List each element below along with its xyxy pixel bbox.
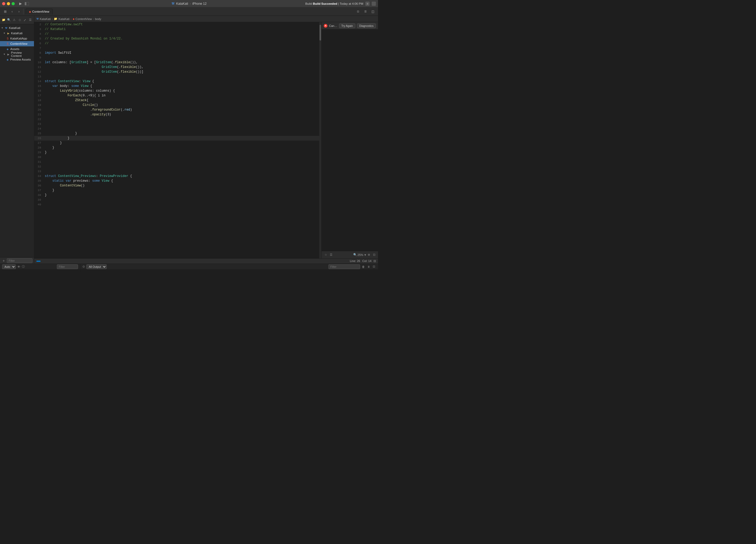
preview-list-button[interactable]: ☰ bbox=[329, 253, 333, 257]
sidebar-item-label: KataKatiApp bbox=[10, 37, 27, 40]
close-button[interactable] bbox=[2, 2, 5, 5]
output-dropdown[interactable]: All Output bbox=[86, 265, 107, 269]
code-line-3: 3 // KataKati bbox=[34, 27, 321, 32]
editor-status-bar: Line: 26 Col: 14 ⊡ bbox=[34, 258, 378, 264]
zoom-dropdown-button[interactable]: ▼ bbox=[364, 253, 367, 257]
library-button[interactable]: ☰ bbox=[362, 9, 369, 14]
canvas-button[interactable]: ◫ bbox=[370, 9, 376, 14]
eye-button[interactable]: 👁 bbox=[17, 265, 20, 268]
preview-settings-button[interactable]: ⊡ bbox=[372, 253, 376, 257]
sidebar-toggle-button[interactable] bbox=[24, 1, 30, 6]
breadcrumb-project[interactable]: KataKati bbox=[40, 17, 51, 21]
maximize-button[interactable] bbox=[12, 2, 15, 5]
back-nav-button[interactable]: ‹ bbox=[9, 9, 15, 14]
sidebar-item-label: KataKati bbox=[11, 32, 22, 35]
pause-output-button[interactable]: ⏸ bbox=[366, 265, 371, 269]
preview-content-area bbox=[322, 30, 378, 251]
bottom-left-filter-input[interactable] bbox=[57, 265, 78, 269]
split-view-button[interactable] bbox=[372, 2, 376, 6]
build-status: Build Build Succeeded | Today at 4:06 PM bbox=[305, 2, 363, 5]
preview-folder-icon: ▶ bbox=[7, 53, 10, 56]
minimize-button[interactable] bbox=[7, 2, 10, 5]
run-button[interactable]: ▶ bbox=[18, 1, 23, 6]
code-line-5: 5 // Created by Debashish Mondal on 1/4/… bbox=[34, 36, 321, 41]
auto-dropdown[interactable]: Auto bbox=[2, 265, 16, 269]
code-line-26: 26 } bbox=[34, 136, 321, 141]
zoom-out-button[interactable]: 🔍 bbox=[353, 253, 357, 257]
sidebar-item-assets[interactable]: ◈ Assets bbox=[0, 46, 34, 52]
code-line-2: 2 // ContentView.swift bbox=[34, 22, 321, 27]
add-tab-button[interactable]: + bbox=[365, 2, 370, 6]
warning-icon[interactable]: ⚠ bbox=[12, 17, 16, 23]
sidebar-toolbar: 📁 🔍 ⚠ ◇ ⑇ ☰ bbox=[0, 16, 34, 24]
grid-view-button[interactable]: ⊞ bbox=[2, 9, 8, 14]
code-line-18: 18 ZStack{ bbox=[34, 98, 321, 103]
editor-scrollbar[interactable] bbox=[319, 22, 321, 258]
sidebar-filter-input[interactable] bbox=[7, 258, 32, 263]
breadcrumb-symbol[interactable]: body bbox=[95, 17, 101, 21]
sidebar-item-label: Assets bbox=[10, 47, 19, 51]
title-bar-center: ⚒ KataKati › iPhone 12 bbox=[171, 2, 207, 6]
preview-pin-button[interactable]: ☆ bbox=[324, 253, 328, 257]
folder-icon[interactable]: 📁 bbox=[2, 17, 6, 23]
auto-select[interactable]: Auto bbox=[2, 265, 16, 269]
debug-icon[interactable]: ⑇ bbox=[23, 17, 27, 23]
breadcrumb-swift-icon: ◆ bbox=[73, 18, 75, 20]
bottom-left-header: Auto 👁 ⓘ bbox=[0, 264, 80, 270]
layout-button[interactable]: ⊡ bbox=[374, 260, 376, 263]
title-bar: ▶ ⚒ KataKati › iPhone 12 Build Build Suc… bbox=[0, 0, 378, 7]
assets-icon: ◈ bbox=[6, 48, 9, 51]
forward-nav-button[interactable]: › bbox=[16, 9, 22, 14]
code-line-27: 27 } bbox=[34, 141, 321, 145]
swift-tab-icon: ◆ bbox=[29, 10, 31, 13]
code-line-35: 35 static var previews: some View { bbox=[34, 179, 321, 183]
swift-file-icon: S bbox=[6, 37, 9, 40]
sidebar-item-label: Preview Content bbox=[11, 51, 33, 57]
breadcrumb-sep-1: › bbox=[52, 17, 53, 21]
bottom-left-panel: Auto 👁 ⓘ bbox=[0, 264, 80, 272]
code-line-15: 15 var body: some View { bbox=[34, 84, 321, 89]
editor-area: ⚒ KataKati › 📁 KataKati › ◆ ContentView … bbox=[34, 16, 378, 264]
title-bar-right: Build Build Succeeded | Today at 4:06 PM… bbox=[305, 2, 376, 6]
inspector-toggle[interactable]: ⊡ bbox=[355, 9, 361, 14]
folder-icon: ▶ bbox=[7, 32, 10, 35]
sidebar-item-katakati-folder[interactable]: ▼ ▶ KataKati bbox=[0, 31, 34, 36]
search-sidebar-icon[interactable]: 🔍 bbox=[7, 17, 11, 23]
xcode-icon: ⚒ bbox=[171, 2, 175, 6]
code-editor[interactable]: 2 // ContentView.swift 3 // KataKati 4 /… bbox=[34, 22, 321, 258]
svg-rect-1 bbox=[26, 2, 29, 5]
code-line-8: 8 import SwiftUI bbox=[34, 51, 321, 55]
variables-panel bbox=[0, 270, 80, 272]
output-select[interactable]: All Output bbox=[86, 265, 107, 269]
code-line-7: 7 bbox=[34, 46, 321, 51]
output-panel bbox=[80, 270, 378, 272]
sidebar-item-label: KataKati bbox=[9, 26, 20, 30]
sidebar-item-label: ContentView bbox=[10, 42, 27, 45]
sidebar-item-katakatiapp[interactable]: S KataKatiApp bbox=[0, 36, 34, 41]
code-line-39: 39 bbox=[34, 198, 321, 202]
zoom-in-button[interactable]: ⊕ bbox=[368, 253, 370, 257]
breadcrumb-file[interactable]: ContentView bbox=[76, 17, 92, 21]
content-view-tab[interactable]: ◆ ContentView bbox=[26, 9, 53, 14]
report-icon[interactable]: ☰ bbox=[28, 17, 32, 23]
test-icon[interactable]: ◇ bbox=[18, 17, 22, 23]
try-again-button[interactable]: Try Again bbox=[339, 23, 355, 28]
bottom-right-filter-input[interactable] bbox=[328, 265, 360, 269]
sidebar-item-preview-content[interactable]: ▼ ▶ Preview Content bbox=[0, 52, 34, 57]
add-file-button[interactable]: + bbox=[2, 259, 6, 263]
sidebar-item-contentview[interactable]: S ContentView bbox=[0, 41, 34, 46]
code-line-13: 13 bbox=[34, 74, 321, 79]
clear-output-button[interactable]: 🗑 bbox=[361, 265, 365, 269]
sidebar-bottom-bar: + bbox=[0, 257, 34, 264]
code-line-12: 12 GridItem(.flexible())] bbox=[34, 70, 321, 74]
project-title: KataKati bbox=[176, 2, 188, 6]
swift-file-icon: S bbox=[6, 42, 9, 45]
sidebar-item-katakati-root[interactable]: ▼ ⚒ KataKati bbox=[0, 25, 34, 31]
scrollbar-thumb[interactable] bbox=[320, 25, 321, 41]
info-button[interactable]: ⓘ bbox=[22, 265, 25, 269]
sidebar-item-preview-assets[interactable]: ◈ Preview Assets bbox=[0, 57, 34, 62]
diagnostics-button[interactable]: Diagnostics bbox=[357, 23, 376, 28]
breadcrumb-folder-name[interactable]: KataKati bbox=[58, 17, 70, 21]
secondary-toolbar: ⊞ ‹ › ◆ ContentView ⊡ ☰ ◫ bbox=[0, 7, 378, 16]
output-layout-button[interactable]: ⊡ bbox=[372, 265, 376, 269]
